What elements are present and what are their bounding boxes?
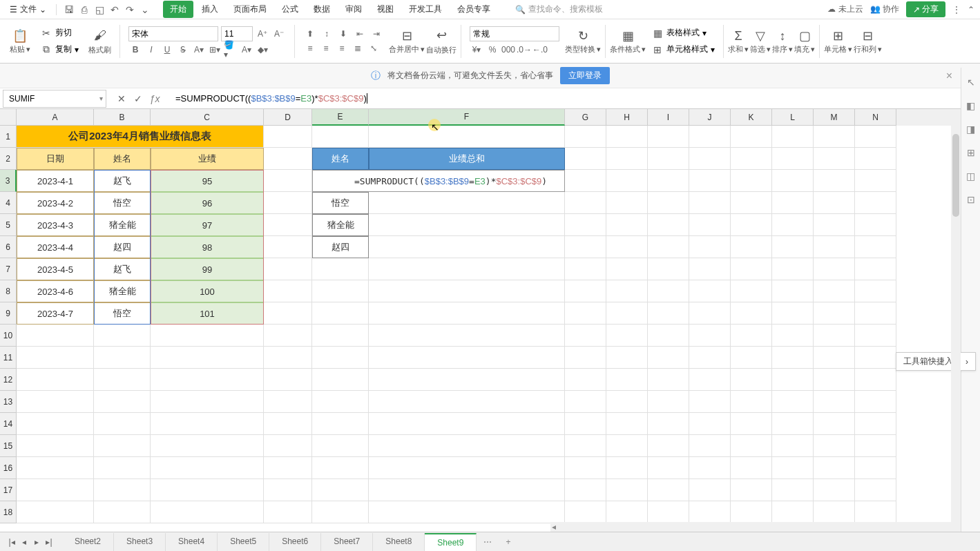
panel-icon-5[interactable]: ⊡ [965, 193, 977, 206]
sheet-tab-Sheet2[interactable]: Sheet2 [62, 533, 114, 551]
align-center-icon[interactable]: ≡ [319, 42, 333, 55]
menu-tab-视图[interactable]: 视图 [370, 1, 401, 18]
sheet-tab-Sheet3[interactable]: Sheet3 [114, 533, 166, 551]
cell-D8[interactable] [264, 280, 312, 302]
cell-H2[interactable] [606, 148, 648, 170]
cell-F18[interactable] [369, 501, 565, 523]
row-header-11[interactable]: 11 [0, 347, 17, 369]
row-header-4[interactable]: 4 [0, 192, 17, 214]
rowcol-icon[interactable]: ⊟ [858, 28, 878, 44]
cell-F5[interactable] [369, 214, 565, 236]
cell-A4[interactable]: 2023-4-2 [17, 192, 94, 214]
decrease-font-icon[interactable]: A⁻ [272, 28, 286, 40]
row-header-14[interactable]: 14 [0, 413, 17, 435]
cell-G3[interactable] [565, 170, 606, 192]
fill-label[interactable]: 填充 ▾ [794, 44, 815, 55]
strike-button[interactable]: S̶ [176, 44, 190, 56]
cell-C18[interactable] [151, 501, 264, 523]
align-top-icon[interactable]: ⬆ [303, 28, 317, 40]
row-header-7[interactable]: 7 [0, 258, 17, 280]
cond-fmt-label[interactable]: 条件格式 ▾ [610, 44, 646, 55]
cell-M1[interactable] [814, 126, 855, 148]
col-header-E[interactable]: E [312, 109, 369, 126]
cell-H15[interactable] [606, 435, 648, 457]
cell-G1[interactable] [565, 126, 606, 148]
row-header-15[interactable]: 15 [0, 435, 17, 457]
table-style-button[interactable]: ▦表格样式 ▾ [651, 27, 707, 39]
sum-icon[interactable]: Σ [729, 28, 748, 44]
cell-N17[interactable] [855, 479, 896, 501]
font-name-select[interactable] [128, 26, 218, 41]
cell-L18[interactable] [772, 501, 814, 523]
menu-tab-数据[interactable]: 数据 [307, 1, 337, 18]
cell-L9[interactable] [772, 302, 814, 325]
cell-M12[interactable] [814, 369, 855, 391]
cell-F15[interactable] [369, 435, 565, 457]
cell-B2[interactable]: 姓名 [94, 148, 151, 170]
sheet-nav-next[interactable]: ▸ [30, 537, 43, 547]
cell-F6[interactable] [369, 236, 565, 258]
col-header-G[interactable]: G [565, 109, 606, 126]
cell-K2[interactable] [731, 148, 772, 170]
cell-F8[interactable] [369, 280, 565, 302]
percent-icon[interactable]: % [486, 44, 499, 56]
merge-icon[interactable]: ⊟ [397, 28, 416, 44]
cell-E5[interactable]: 猪全能 [312, 214, 369, 236]
cell-G8[interactable] [565, 280, 606, 302]
row-header-12[interactable]: 12 [0, 369, 17, 391]
bold-button[interactable]: B [128, 44, 142, 56]
sheet-tab-Sheet7[interactable]: Sheet7 [321, 533, 373, 551]
cell-I14[interactable] [648, 413, 689, 435]
cell-L14[interactable] [772, 413, 814, 435]
cell-I16[interactable] [648, 457, 689, 479]
cloud-status[interactable]: ☁ 未上云 [827, 3, 863, 15]
cell-D11[interactable] [264, 347, 312, 369]
cell-G11[interactable] [565, 347, 606, 369]
cell-label[interactable]: 单元格 ▾ [824, 44, 852, 55]
cell-K11[interactable] [731, 347, 772, 369]
cell-F1[interactable] [369, 126, 565, 148]
cell-J7[interactable] [689, 258, 731, 280]
cell-N3[interactable] [855, 170, 896, 192]
cell-E13[interactable] [312, 391, 369, 413]
cell-E3[interactable]: =SUMPRODUCT(($B$3:$B$9=E3)*$C$3:$C$9) [312, 170, 565, 192]
cell-G18[interactable] [565, 501, 606, 523]
cell-K13[interactable] [731, 391, 772, 413]
cell-L15[interactable] [772, 435, 814, 457]
cell-K1[interactable] [731, 126, 772, 148]
cell-style-button[interactable]: ⊞单元格样式 ▾ [651, 44, 715, 56]
align-left-icon[interactable]: ≡ [303, 42, 317, 55]
cell-C15[interactable] [151, 435, 264, 457]
cut-button[interactable]: ✂剪切 [40, 27, 72, 39]
cell-F13[interactable] [369, 391, 565, 413]
menu-tab-开发工具[interactable]: 开发工具 [402, 1, 449, 18]
cell-I5[interactable] [648, 214, 689, 236]
format-painter-icon[interactable]: 🖌 [90, 27, 110, 44]
scrollbar-thumb[interactable] [952, 134, 959, 217]
cell-N10[interactable] [855, 325, 896, 347]
wrap-icon[interactable]: ↩ [432, 27, 451, 44]
cell-C8[interactable]: 100 [151, 280, 264, 302]
menu-tab-公式[interactable]: 公式 [275, 1, 305, 18]
redo-icon[interactable]: ↷ [123, 3, 137, 17]
add-sheet-icon[interactable]: + [499, 537, 517, 547]
cell-K4[interactable] [731, 192, 772, 214]
cell-L17[interactable] [772, 479, 814, 501]
merge-label[interactable]: 合并居中 ▾ [389, 44, 425, 55]
cell-C14[interactable] [151, 413, 264, 435]
row-header-18[interactable]: 18 [0, 501, 17, 523]
sort-label[interactable]: 排序 ▾ [772, 44, 793, 55]
col-header-J[interactable]: J [689, 109, 731, 126]
panel-icon-1[interactable]: ◧ [965, 99, 977, 112]
cell-E7[interactable] [312, 258, 369, 280]
cell-C9[interactable]: 101 [151, 302, 264, 325]
cell-K15[interactable] [731, 435, 772, 457]
sheet-tab-Sheet8[interactable]: Sheet8 [373, 533, 425, 551]
cell-K6[interactable] [731, 236, 772, 258]
cell-H8[interactable] [606, 280, 648, 302]
menu-tab-审阅[interactable]: 审阅 [338, 1, 369, 18]
cell-I18[interactable] [648, 501, 689, 523]
cell-L3[interactable] [772, 170, 814, 192]
thousands-icon[interactable]: 000 [501, 44, 515, 56]
cell-G10[interactable] [565, 325, 606, 347]
